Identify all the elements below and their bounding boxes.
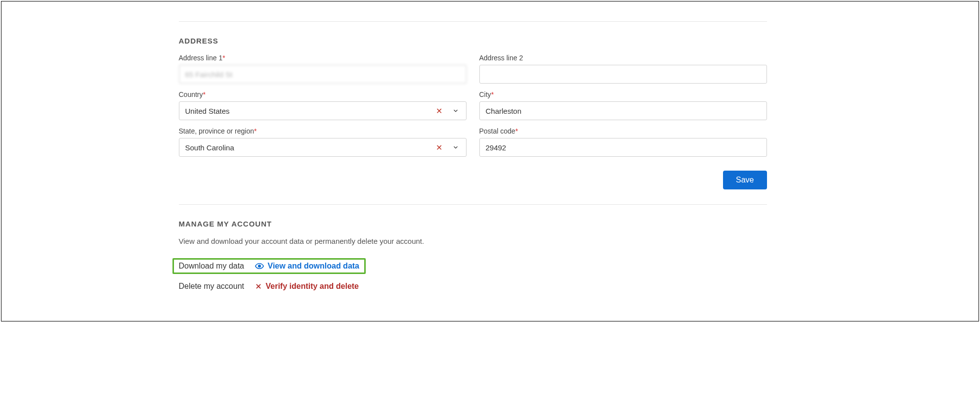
field-state: State, province or region* South Carolin… (179, 127, 467, 157)
clear-icon[interactable]: ✕ (431, 106, 447, 116)
required-marker: * (254, 127, 256, 135)
window-frame: ADDRESS Address line 1* Address line 2 C… (1, 1, 979, 321)
required-marker: * (203, 91, 206, 98)
address-line1-label: Address line 1* (179, 54, 467, 62)
verify-delete-text: Verify identity and delete (266, 282, 359, 291)
address-line1-input[interactable] (179, 65, 467, 84)
address-line1-label-text: Address line 1 (179, 54, 223, 62)
postal-label-text: Postal code (479, 127, 515, 135)
state-select-value: South Carolina (185, 143, 431, 152)
close-icon (255, 283, 262, 290)
city-input[interactable] (479, 101, 767, 120)
state-select[interactable]: South Carolina ✕ (179, 138, 467, 157)
download-label: Download my data (179, 262, 248, 271)
city-label-text: City (479, 91, 491, 98)
required-marker: * (222, 54, 225, 62)
divider-top (179, 21, 767, 22)
chevron-down-icon[interactable] (447, 144, 466, 151)
required-marker: * (491, 91, 494, 98)
download-data-row: Download my data View and download data (179, 254, 767, 278)
view-download-link[interactable]: View and download data (255, 262, 360, 271)
state-label-text: State, province or region (179, 127, 255, 135)
verify-delete-link[interactable]: Verify identity and delete (255, 282, 359, 291)
chevron-down-icon[interactable] (447, 107, 466, 114)
eye-icon (255, 262, 264, 271)
row-address-lines: Address line 1* Address line 2 (179, 54, 767, 84)
svg-point-0 (258, 265, 260, 268)
delete-label: Delete my account (179, 282, 248, 291)
content-area: ADDRESS Address line 1* Address line 2 C… (164, 1, 816, 295)
save-button[interactable]: Save (723, 171, 767, 189)
address-heading: ADDRESS (179, 37, 767, 45)
field-country: Country* United States ✕ (179, 91, 467, 120)
field-address-line1: Address line 1* (179, 54, 467, 84)
save-row: Save (179, 171, 767, 189)
highlight-download: Download my data View and download data (172, 258, 366, 274)
city-label: City* (479, 91, 767, 98)
country-select[interactable]: United States ✕ (179, 101, 467, 120)
view-download-text: View and download data (268, 262, 360, 271)
postal-label: Postal code* (479, 127, 767, 135)
delete-account-row: Delete my account Verify identity and de… (179, 278, 767, 295)
country-select-value: United States (185, 107, 431, 115)
address-line2-input[interactable] (479, 65, 767, 84)
field-city: City* (479, 91, 767, 120)
state-label: State, province or region* (179, 127, 467, 135)
country-label: Country* (179, 91, 467, 98)
row-country-city: Country* United States ✕ City* (179, 91, 767, 120)
address-line2-label: Address line 2 (479, 54, 767, 62)
manage-heading: MANAGE MY ACCOUNT (179, 220, 767, 228)
divider-manage (179, 204, 767, 205)
required-marker: * (515, 127, 518, 135)
field-postal: Postal code* (479, 127, 767, 157)
settings-card: ADDRESS Address line 1* Address line 2 C… (154, 1, 826, 310)
clear-icon[interactable]: ✕ (431, 143, 447, 152)
country-label-text: Country (179, 91, 203, 98)
row-state-postal: State, province or region* South Carolin… (179, 127, 767, 157)
postal-input[interactable] (479, 138, 767, 157)
field-address-line2: Address line 2 (479, 54, 767, 84)
manage-subtext: View and download your account data or p… (179, 237, 767, 245)
